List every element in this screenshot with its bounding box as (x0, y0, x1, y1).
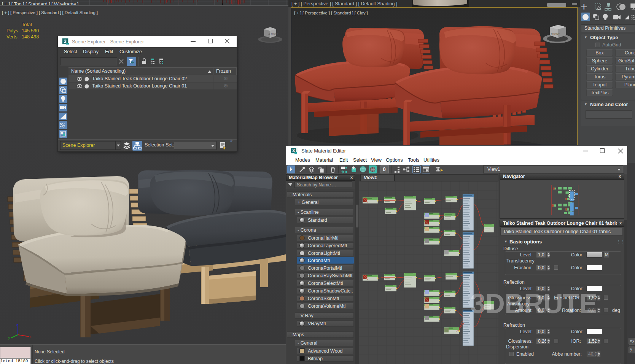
svg-text:FRONT: FRONT (551, 33, 560, 35)
svg-text:z: z (16, 323, 18, 327)
svg-text:-R: -R (268, 33, 270, 35)
svg-text:x: x (30, 335, 31, 339)
svg-text:y: y (8, 336, 10, 340)
svg-text:+: + (581, 2, 587, 12)
svg-text:FRONT: FRONT (271, 33, 279, 35)
